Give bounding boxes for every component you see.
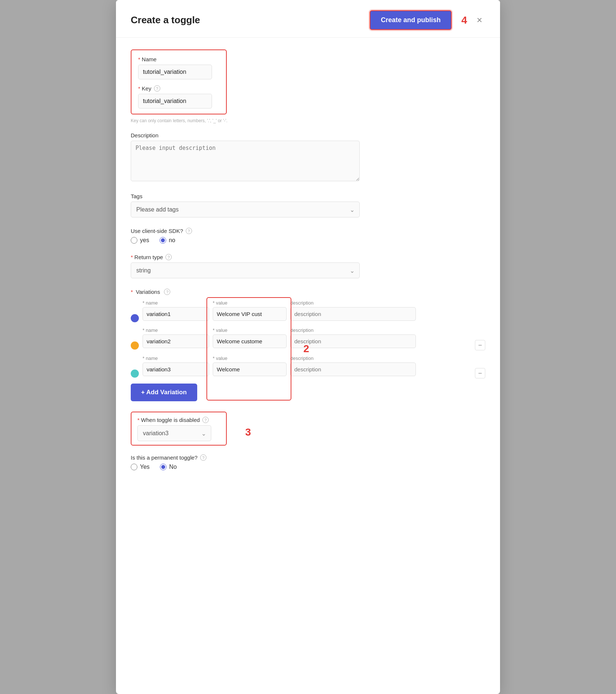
variation-value-label-3: * value [213, 355, 287, 361]
sdk-no-label[interactable]: no [160, 237, 175, 244]
sdk-yes-radio[interactable] [131, 237, 137, 244]
description-section: Description [131, 132, 485, 183]
create-publish-button[interactable]: Create and publish [370, 10, 452, 30]
variation-desc-field-2: description [290, 327, 416, 348]
description-label: Description [131, 132, 485, 138]
permanent-no-label[interactable]: No [160, 464, 177, 470]
key-input[interactable] [138, 94, 212, 109]
variation-color-2 [131, 341, 139, 350]
variation-name-input-3[interactable] [143, 363, 209, 376]
remove-variation-2-button[interactable]: − [475, 340, 485, 350]
variation-name-label-1: * name [143, 300, 209, 306]
modal-body: * Name * Key ? 1 Key can only contain le… [116, 38, 500, 494]
name-label: * Name [138, 56, 219, 62]
annotation-3: 3 [245, 426, 251, 438]
variation-desc-label-3: description [290, 355, 416, 361]
permanent-section: Is this a permanent toggle? ? Yes No [131, 454, 485, 470]
variation-desc-input-2[interactable] [290, 334, 416, 348]
variations-help-icon[interactable]: ? [164, 289, 170, 295]
disabled-toggle-help-icon[interactable]: ? [202, 417, 209, 423]
disabled-toggle-select-wrapper: variation3 variation1 variation2 ⌄ [137, 425, 211, 441]
disabled-toggle-label: * When toggle is disabled ? [137, 417, 220, 423]
header-right: Create and publish 4 × [370, 10, 485, 30]
key-help-icon[interactable]: ? [154, 85, 160, 92]
variation-row-3: * name * value description [131, 355, 485, 378]
name-key-field-group: * Name * Key ? [131, 49, 227, 114]
sdk-yes-label[interactable]: yes [131, 237, 149, 244]
add-variation-button[interactable]: + Add Variation [131, 384, 197, 401]
variation-fields-1: * name * value description [143, 300, 485, 321]
variation-color-1 [131, 314, 139, 322]
variation-row-1: * name * value description [131, 300, 485, 322]
modal-header: Create a toggle Create and publish 4 × [116, 0, 500, 38]
close-button[interactable]: × [474, 13, 485, 27]
variation-name-field-3: * name [143, 355, 209, 376]
variation-desc-input-1[interactable] [290, 307, 416, 321]
tags-label: Tags [131, 193, 485, 199]
sdk-no-radio[interactable] [160, 237, 166, 244]
name-input[interactable] [138, 65, 212, 79]
permanent-yes-radio[interactable] [131, 464, 137, 470]
variation-row-2: * name * value description [131, 327, 485, 350]
modal: Create a toggle Create and publish 4 × *… [116, 0, 500, 694]
variation-name-input-1[interactable] [143, 307, 209, 321]
variation-value-input-1[interactable] [213, 307, 287, 321]
sdk-radio-group: yes no [131, 237, 485, 244]
permanent-help-icon[interactable]: ? [200, 454, 206, 461]
variation-value-label-2: * value [213, 327, 287, 333]
permanent-radio-group: Yes No [131, 464, 485, 470]
tags-select[interactable]: Please add tags [131, 202, 360, 217]
variation-value-label-1: * value [213, 300, 287, 306]
sdk-help-icon[interactable]: ? [186, 228, 192, 234]
variation-desc-input-3[interactable] [290, 363, 416, 376]
sdk-label: Use client-side SDK? ? [131, 228, 485, 234]
tags-section: Tags Please add tags ⌄ [131, 193, 485, 217]
tags-select-wrapper: Please add tags ⌄ [131, 202, 360, 217]
variation-desc-label-1: description [290, 300, 416, 306]
variation-value-input-2[interactable] [213, 334, 287, 348]
name-key-section: * Name * Key ? 1 [131, 49, 485, 114]
key-hint: Key can only contain letters, numbers, '… [131, 118, 360, 123]
variation-fields-2: * name * value description [143, 327, 471, 348]
sdk-section: Use client-side SDK? ? yes no [131, 228, 485, 244]
variation-color-3 [131, 370, 139, 378]
remove-variation-3-button[interactable]: − [475, 368, 485, 378]
variation-value-field-2: * value [213, 327, 287, 348]
permanent-label: Is this a permanent toggle? ? [131, 454, 485, 461]
return-type-select[interactable]: string [131, 262, 360, 278]
variation-value-input-3[interactable] [213, 363, 287, 376]
variations-label-row: * Variations ? [131, 289, 485, 295]
variation-fields-3: * name * value description [143, 355, 471, 376]
modal-title: Create a toggle [131, 14, 200, 26]
return-type-label: * Return type ? [131, 254, 485, 260]
modal-overlay: Create a toggle Create and publish 4 × *… [0, 0, 616, 694]
annotation-4: 4 [461, 14, 467, 26]
return-type-section: * Return type ? string ⌄ [131, 254, 485, 278]
permanent-no-radio[interactable] [160, 464, 167, 470]
variation-desc-field-3: description [290, 355, 416, 376]
variation-name-field-2: * name [143, 327, 209, 348]
variation-name-label-3: * name [143, 355, 209, 361]
return-type-help-icon[interactable]: ? [165, 254, 172, 260]
variations-section: * Variations ? * name [131, 289, 485, 401]
variation-desc-label-2: description [290, 327, 416, 333]
variation-value-field-1: * value [213, 300, 287, 321]
variation-name-input-2[interactable] [143, 334, 209, 348]
variation-name-field-1: * name [143, 300, 209, 321]
key-label: * Key ? [138, 85, 219, 92]
disabled-toggle-section: * When toggle is disabled ? variation3 v… [131, 412, 485, 446]
variations-container: * name * value description [131, 300, 485, 378]
permanent-yes-label[interactable]: Yes [131, 464, 150, 470]
return-type-select-wrapper: string ⌄ [131, 262, 360, 278]
variation-name-label-2: * name [143, 327, 209, 333]
description-textarea[interactable] [131, 141, 360, 181]
disabled-toggle-select[interactable]: variation3 variation1 variation2 [137, 425, 211, 441]
variations-label: Variations [136, 289, 160, 295]
variation-desc-field-1: description [290, 300, 416, 321]
variation-value-field-3: * value [213, 355, 287, 376]
disabled-toggle-box: * When toggle is disabled ? variation3 v… [131, 412, 227, 446]
